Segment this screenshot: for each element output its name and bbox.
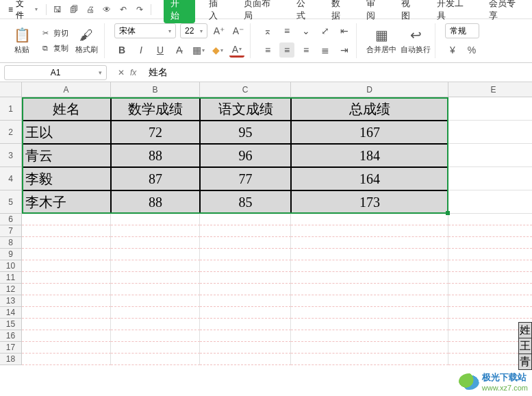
cell[interactable] — [111, 249, 200, 260]
cell[interactable]: 88 — [111, 144, 200, 167]
currency-button[interactable]: ¥ — [445, 42, 460, 58]
bold-button[interactable]: B — [114, 42, 129, 58]
paste-button[interactable]: 📋 粘贴 — [8, 27, 36, 55]
cell[interactable]: 总成绩 — [291, 97, 448, 121]
cell[interactable] — [291, 307, 448, 319]
cell[interactable] — [291, 214, 448, 225]
file-menu[interactable]: ≡ 文件 ▾ — [4, 0, 42, 23]
font-name-select[interactable]: 宋体 ▾ — [114, 23, 176, 38]
tab-view[interactable]: 视图 — [397, 0, 422, 23]
cell[interactable] — [448, 214, 532, 225]
cell[interactable]: 95 — [200, 121, 291, 144]
increase-indent-icon[interactable]: ⇥ — [337, 42, 352, 58]
row-header[interactable]: 8 — [0, 237, 22, 249]
cell[interactable] — [200, 307, 291, 319]
cut-button[interactable]: ✂ 剪切 — [40, 28, 68, 39]
cell[interactable] — [448, 284, 532, 295]
cell[interactable] — [448, 97, 532, 121]
tab-member[interactable]: 会员专享 — [485, 0, 528, 23]
cell[interactable] — [448, 307, 532, 319]
tab-formulas[interactable]: 公式 — [292, 0, 318, 23]
row-header[interactable]: 9 — [0, 249, 22, 260]
cell[interactable]: 184 — [291, 144, 448, 167]
cell[interactable] — [111, 284, 200, 295]
border-button[interactable]: ▦▾ — [191, 42, 206, 58]
cell[interactable] — [111, 272, 200, 284]
row-header[interactable]: 15 — [0, 319, 22, 330]
cell[interactable] — [448, 249, 532, 260]
tab-page-layout[interactable]: 页面布局 — [240, 0, 283, 23]
align-left-icon[interactable]: ≡ — [260, 42, 275, 58]
cell[interactable] — [200, 295, 291, 307]
cell[interactable] — [111, 225, 200, 237]
cell[interactable] — [200, 214, 291, 225]
select-all-corner[interactable] — [0, 82, 22, 97]
align-middle-icon[interactable]: ≡ — [279, 23, 294, 38]
cell[interactable] — [111, 237, 200, 249]
cell[interactable]: 青云 — [22, 144, 111, 167]
cell[interactable] — [448, 272, 532, 284]
cell[interactable] — [200, 319, 291, 330]
cell[interactable] — [448, 225, 532, 237]
cell[interactable] — [22, 272, 111, 284]
cell[interactable] — [448, 295, 532, 307]
print-preview-icon[interactable]: 👁 — [100, 3, 114, 16]
row-header[interactable]: 13 — [0, 295, 22, 307]
italic-button[interactable]: I — [134, 42, 149, 58]
undo-icon[interactable]: ↶ — [116, 3, 130, 16]
row-header[interactable]: 12 — [0, 284, 22, 295]
cell[interactable] — [291, 225, 448, 237]
cell[interactable] — [448, 144, 532, 167]
fill-color-button[interactable]: ◆▾ — [210, 42, 225, 58]
cell[interactable] — [111, 214, 200, 225]
justify-icon[interactable]: ≣ — [318, 42, 333, 58]
merge-center-button[interactable]: ▦ 合并居中 — [366, 27, 396, 55]
row-header[interactable]: 6 — [0, 214, 22, 225]
cell[interactable] — [448, 260, 532, 272]
row-header[interactable]: 14 — [0, 307, 22, 319]
cell[interactable] — [22, 330, 111, 342]
cell[interactable] — [448, 190, 532, 214]
cell[interactable]: 87 — [111, 167, 200, 190]
cell[interactable]: 王以 — [22, 121, 111, 144]
tab-start[interactable]: 开始 — [164, 0, 194, 23]
cell[interactable]: 77 — [200, 167, 291, 190]
cell[interactable] — [291, 237, 448, 249]
number-format-select[interactable]: 常规 — [445, 23, 479, 38]
row-header[interactable]: 17 — [0, 342, 22, 354]
cell[interactable]: 李木子 — [22, 190, 111, 214]
cell[interactable] — [22, 342, 111, 354]
orientation-icon[interactable]: ⤢ — [318, 23, 333, 38]
cell[interactable] — [22, 260, 111, 272]
spreadsheet-grid[interactable]: ABCDE 123456789101112131415161718 姓名数学成绩… — [0, 82, 532, 384]
format-painter-button[interactable]: 🖌 格式刷 — [73, 27, 100, 55]
tab-data[interactable]: 数据 — [327, 0, 353, 23]
cell[interactable] — [22, 319, 111, 330]
cell[interactable]: 数学成绩 — [111, 97, 200, 121]
cell[interactable]: 164 — [291, 167, 448, 190]
row-header[interactable]: 5 — [0, 190, 22, 214]
tab-insert[interactable]: 插入 — [205, 0, 230, 23]
formula-input[interactable] — [143, 65, 532, 80]
wrap-text-button[interactable]: ↩ 自动换行 — [401, 27, 431, 55]
column-header[interactable]: E — [448, 82, 532, 97]
cell[interactable] — [291, 319, 448, 330]
cell[interactable] — [291, 260, 448, 272]
row-header[interactable]: 10 — [0, 260, 22, 272]
align-right-icon[interactable]: ≡ — [299, 42, 314, 58]
cancel-icon[interactable]: ✕ — [118, 68, 125, 77]
row-header[interactable]: 11 — [0, 272, 22, 284]
tab-review[interactable]: 审阅 — [362, 0, 388, 23]
column-header[interactable]: D — [291, 82, 448, 97]
underline-button[interactable]: U — [153, 42, 168, 58]
cell[interactable]: 85 — [200, 190, 291, 214]
cell[interactable] — [22, 284, 111, 295]
cell[interactable] — [200, 330, 291, 342]
align-bottom-icon[interactable]: ⌄ — [299, 23, 314, 38]
font-color-button[interactable]: A▾ — [229, 42, 244, 58]
row-header[interactable]: 4 — [0, 167, 22, 190]
cell[interactable]: 语文成绩 — [200, 97, 291, 121]
cell[interactable] — [111, 330, 200, 342]
cell[interactable] — [200, 354, 291, 365]
column-header[interactable]: B — [111, 82, 200, 97]
